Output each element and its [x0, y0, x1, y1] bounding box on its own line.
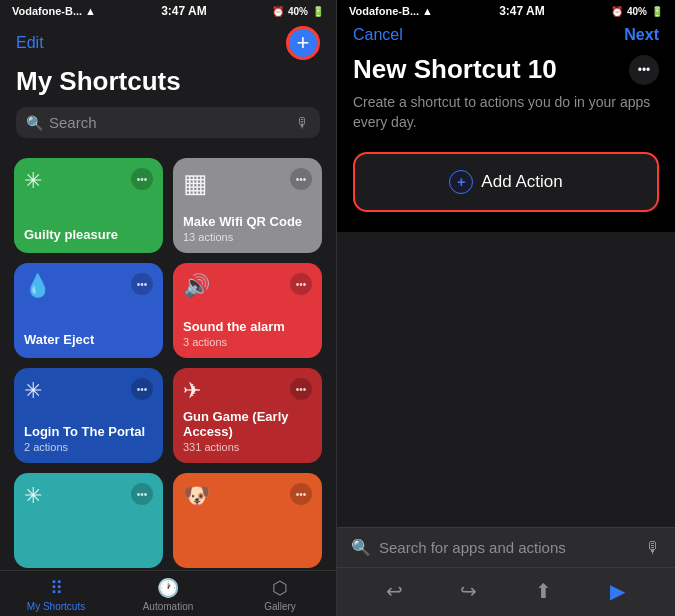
card-name: Sound the alarm	[183, 319, 312, 335]
card-options-button[interactable]: •••	[290, 273, 312, 295]
card-icon: 🔊	[183, 273, 210, 299]
card-icon: ✈	[183, 378, 201, 404]
battery-icon: 🔋	[312, 6, 324, 17]
right-bottom-actions: ↩ ↪ ⬆ ▶	[337, 567, 675, 616]
card-options-button[interactable]: •••	[290, 378, 312, 400]
card-icon: ✳	[24, 168, 42, 194]
page-title: My Shortcuts	[16, 66, 320, 97]
card-name: Guilty pleasure	[24, 227, 153, 243]
card-subtitle: 13 actions	[183, 231, 312, 243]
alarm-icon: ⏰	[272, 6, 284, 17]
shortcut-card[interactable]: ✈ ••• Gun Game (Early Access) 331 action…	[173, 368, 322, 463]
card-options-button[interactable]: •••	[131, 378, 153, 400]
card-options-button[interactable]: •••	[290, 168, 312, 190]
right-mic-icon[interactable]: 🎙	[645, 539, 661, 557]
card-icon: 🐶	[183, 483, 210, 509]
card-icon: ✳	[24, 378, 42, 404]
shortcut-card[interactable]: 💧 ••• Water Eject	[14, 263, 163, 358]
battery-text: 40%	[288, 6, 308, 17]
tab-automation[interactable]: 🕐 Automation	[112, 577, 224, 612]
shortcut-name-row: New Shortcut 10 •••	[353, 54, 659, 85]
left-panel: Vodafone-B... ▲ 3:47 AM ⏰ 40% 🔋 Edit + M…	[0, 0, 337, 616]
shortcut-card[interactable]: 🐶 •••	[173, 473, 322, 568]
automation-tab-label: Automation	[143, 601, 194, 612]
card-subtitle: 331 actions	[183, 441, 312, 453]
shortcuts-grid: ✳ ••• Guilty pleasure ▦ ••• Make Wifi QR…	[0, 148, 336, 570]
right-bottom: 🔍 Search for apps and actions 🎙 ↩ ↪ ⬆ ▶	[337, 527, 675, 616]
search-bar[interactable]: 🔍 Search 🎙	[16, 107, 320, 138]
edit-button[interactable]: Edit	[16, 34, 44, 52]
left-time: 3:47 AM	[161, 4, 207, 18]
left-status-left: Vodafone-B... ▲	[12, 5, 96, 17]
card-options-button[interactable]: •••	[131, 273, 153, 295]
play-button[interactable]: ▶	[600, 576, 636, 606]
right-time: 3:47 AM	[499, 4, 545, 18]
card-options-button[interactable]: •••	[131, 483, 153, 505]
new-shortcut-title: New Shortcut 10	[353, 54, 557, 85]
right-wifi-icon: ▲	[422, 5, 433, 17]
shortcuts-tab-label: My Shortcuts	[27, 601, 85, 612]
right-status-right: ⏰ 40% 🔋	[611, 6, 663, 17]
right-status-left: Vodafone-B... ▲	[349, 5, 433, 17]
tab-gallery[interactable]: ⬡ Gallery	[224, 577, 336, 612]
card-subtitle: 2 actions	[24, 441, 153, 453]
right-header: Cancel Next New Shortcut 10 ••• Create a…	[337, 22, 675, 232]
automation-tab-icon: 🕐	[157, 577, 179, 599]
card-icon: ✳	[24, 483, 42, 509]
tab-my-shortcuts[interactable]: ⠿ My Shortcuts	[0, 577, 112, 612]
right-battery-icon: 🔋	[651, 6, 663, 17]
card-name: Make Wifi QR Code	[183, 214, 312, 230]
shortcuts-tab-icon: ⠿	[50, 577, 63, 599]
shortcut-description: Create a shortcut to actions you do in y…	[353, 93, 659, 132]
undo-button[interactable]: ↩	[376, 576, 412, 606]
shortcut-options-button[interactable]: •••	[629, 55, 659, 85]
left-status-bar: Vodafone-B... ▲ 3:47 AM ⏰ 40% 🔋	[0, 0, 336, 22]
card-name: Gun Game (Early Access)	[183, 409, 312, 440]
add-action-plus-icon: +	[449, 170, 473, 194]
cancel-button[interactable]: Cancel	[353, 26, 403, 44]
add-shortcut-button[interactable]: +	[286, 26, 320, 60]
carrier-text: Vodafone-B...	[12, 5, 82, 17]
card-name: Login To The Portal	[24, 424, 153, 440]
card-icon: ▦	[183, 168, 208, 199]
card-options-button[interactable]: •••	[290, 483, 312, 505]
gallery-tab-label: Gallery	[264, 601, 296, 612]
card-icon: 💧	[24, 273, 51, 299]
right-search-bar[interactable]: 🔍 Search for apps and actions 🎙	[337, 528, 675, 567]
right-carrier-text: Vodafone-B...	[349, 5, 419, 17]
right-search-icon: 🔍	[351, 538, 371, 557]
redo-button[interactable]: ↪	[451, 576, 487, 606]
next-button[interactable]: Next	[624, 26, 659, 44]
card-subtitle: 3 actions	[183, 336, 312, 348]
shortcut-card[interactable]: ✳ ••• Login To The Portal 2 actions	[14, 368, 163, 463]
wifi-icon: ▲	[85, 5, 96, 17]
right-alarm-icon: ⏰	[611, 6, 623, 17]
shortcut-card[interactable]: 🔊 ••• Sound the alarm 3 actions	[173, 263, 322, 358]
search-placeholder: Search	[49, 114, 290, 131]
shortcut-card[interactable]: ✳ ••• Guilty pleasure	[14, 158, 163, 253]
right-battery-text: 40%	[627, 6, 647, 17]
search-icon: 🔍	[26, 115, 43, 131]
shortcut-card[interactable]: ✳ •••	[14, 473, 163, 568]
right-panel: Vodafone-B... ▲ 3:47 AM ⏰ 40% 🔋 Cancel N…	[337, 0, 675, 616]
share-button[interactable]: ⬆	[525, 576, 561, 606]
add-action-label: Add Action	[481, 172, 562, 192]
right-status-bar: Vodafone-B... ▲ 3:47 AM ⏰ 40% 🔋	[337, 0, 675, 22]
left-status-right: ⏰ 40% 🔋	[272, 6, 324, 17]
gallery-tab-icon: ⬡	[272, 577, 288, 599]
plus-icon: +	[297, 32, 310, 54]
right-nav: Cancel Next	[353, 26, 659, 44]
left-nav: Edit +	[16, 26, 320, 60]
bottom-tabs: ⠿ My Shortcuts 🕐 Automation ⬡ Gallery	[0, 570, 336, 616]
content-area	[337, 232, 675, 527]
card-name: Water Eject	[24, 332, 153, 348]
right-search-placeholder: Search for apps and actions	[379, 539, 637, 556]
card-options-button[interactable]: •••	[131, 168, 153, 190]
mic-icon[interactable]: 🎙	[296, 115, 310, 131]
left-header: Edit + My Shortcuts 🔍 Search 🎙	[0, 22, 336, 148]
shortcut-card[interactable]: ▦ ••• Make Wifi QR Code 13 actions	[173, 158, 322, 253]
add-action-button[interactable]: + Add Action	[353, 152, 659, 212]
